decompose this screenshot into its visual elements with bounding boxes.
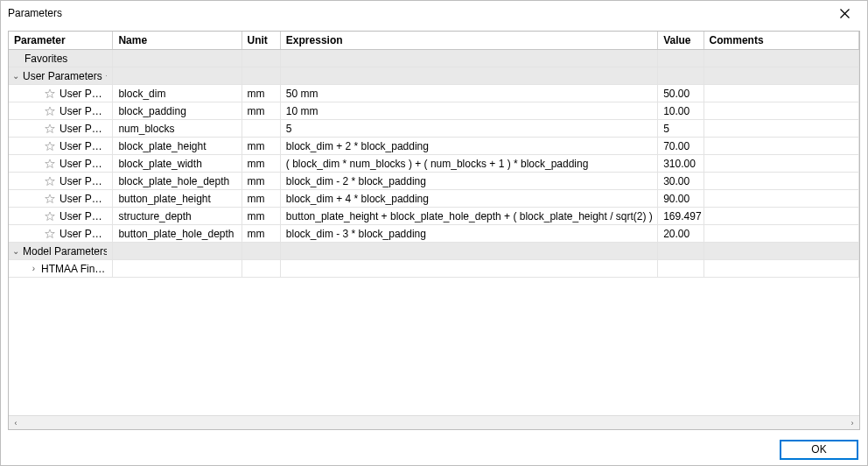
caret-right-icon[interactable]: › bbox=[30, 264, 38, 273]
cell-name[interactable]: num_blocks bbox=[113, 120, 242, 138]
group-favorites[interactable]: Favorites bbox=[9, 50, 859, 67]
favorite-star-icon[interactable] bbox=[44, 228, 56, 240]
cell-unit[interactable]: mm bbox=[242, 208, 280, 225]
favorite-star-icon[interactable] bbox=[44, 210, 56, 222]
favorite-star-icon[interactable] bbox=[44, 158, 56, 170]
button-bar: OK bbox=[1, 434, 867, 465]
cell-name[interactable]: block_plate_hole_depth bbox=[113, 173, 242, 190]
group-label: Model Parameters bbox=[23, 245, 107, 258]
favorite-star-icon[interactable] bbox=[44, 88, 56, 100]
favorite-star-icon[interactable] bbox=[44, 175, 56, 187]
group-user-parameters[interactable]: ⌄ User Parameters + bbox=[9, 67, 859, 85]
horizontal-scrollbar[interactable]: ‹ › bbox=[9, 415, 859, 429]
close-button[interactable] bbox=[829, 3, 860, 24]
svg-marker-5 bbox=[46, 142, 55, 151]
add-parameter-button[interactable]: + bbox=[106, 70, 108, 82]
cell-comments[interactable] bbox=[704, 208, 858, 225]
table-row[interactable]: User Par...block_plate_widthmm( block_di… bbox=[9, 155, 859, 173]
table-row[interactable]: User Par...num_blocks55 bbox=[9, 120, 859, 138]
cell-expression[interactable]: block_dim - 3 * block_padding bbox=[280, 225, 657, 243]
svg-marker-10 bbox=[46, 229, 55, 238]
cell-value: 30.00 bbox=[658, 173, 704, 190]
cell-name[interactable]: block_dim bbox=[113, 85, 242, 102]
cell-comments[interactable] bbox=[704, 85, 858, 102]
favorite-star-icon[interactable] bbox=[44, 105, 56, 117]
col-expression[interactable]: Expression bbox=[280, 32, 657, 50]
table-row[interactable]: User Par...block_plate_heightmmblock_dim… bbox=[9, 138, 859, 155]
ok-button[interactable]: OK bbox=[780, 440, 858, 460]
cell-value: 10.00 bbox=[658, 102, 704, 120]
cell-value: 20.00 bbox=[658, 225, 704, 243]
row-type-label: User Par... bbox=[60, 105, 107, 117]
model-child-label: HTMAA Final ... bbox=[41, 263, 107, 275]
scroll-track[interactable] bbox=[23, 416, 845, 430]
cell-expression[interactable]: 50 mm bbox=[280, 85, 657, 102]
cell-name[interactable]: structure_depth bbox=[113, 208, 242, 225]
parameters-dialog: Parameters Parameter Name Unit Expressio bbox=[0, 0, 868, 466]
row-type-label: User Par... bbox=[60, 140, 107, 152]
col-comments[interactable]: Comments bbox=[704, 32, 858, 50]
scroll-left-button[interactable]: ‹ bbox=[9, 416, 23, 430]
row-type-label: User Par... bbox=[60, 228, 107, 240]
window-title: Parameters bbox=[8, 7, 829, 19]
cell-name[interactable]: button_plate_height bbox=[113, 190, 242, 208]
col-name[interactable]: Name bbox=[113, 32, 242, 50]
close-icon bbox=[840, 9, 850, 18]
favorite-star-icon[interactable] bbox=[44, 140, 56, 152]
table-row[interactable]: User Par...block_dimmm50 mm50.00 bbox=[9, 85, 859, 102]
table-row[interactable]: User Par...button_plate_heightmmblock_di… bbox=[9, 190, 859, 208]
cell-name[interactable]: block_padding bbox=[113, 102, 242, 120]
cell-comments[interactable] bbox=[704, 225, 858, 243]
cell-expression[interactable]: button_plate_height + block_plate_hole_d… bbox=[280, 208, 657, 225]
parameters-grid: Parameter Name Unit Expression Value Com… bbox=[8, 31, 860, 430]
cell-expression[interactable]: 10 mm bbox=[280, 102, 657, 120]
cell-comments[interactable] bbox=[704, 173, 858, 190]
cell-name[interactable]: block_plate_width bbox=[113, 155, 242, 173]
cell-comments[interactable] bbox=[704, 190, 858, 208]
cell-comments[interactable] bbox=[704, 138, 858, 155]
parameters-table: Parameter Name Unit Expression Value Com… bbox=[9, 32, 859, 278]
col-parameter[interactable]: Parameter bbox=[9, 32, 113, 50]
svg-marker-3 bbox=[46, 107, 55, 116]
caret-down-icon[interactable]: ⌄ bbox=[12, 246, 19, 256]
favorite-star-icon[interactable] bbox=[44, 123, 56, 135]
content-area: Parameter Name Unit Expression Value Com… bbox=[1, 25, 867, 434]
cell-unit[interactable]: mm bbox=[242, 138, 280, 155]
table-row[interactable]: User Par...block_plate_hole_depthmmblock… bbox=[9, 173, 859, 190]
cell-unit[interactable]: mm bbox=[242, 225, 280, 243]
table-row[interactable]: User Par...structure_depthmmbutton_plate… bbox=[9, 208, 859, 225]
row-type-label: User Par... bbox=[60, 193, 107, 205]
cell-name[interactable]: button_plate_hole_depth bbox=[113, 225, 242, 243]
favorite-star-icon[interactable] bbox=[44, 193, 56, 205]
model-child-row[interactable]: › HTMAA Final ... bbox=[9, 260, 859, 278]
caret-down-icon[interactable]: ⌄ bbox=[12, 71, 19, 81]
table-header-row: Parameter Name Unit Expression Value Com… bbox=[9, 32, 859, 50]
group-label: User Parameters bbox=[23, 70, 102, 82]
cell-unit[interactable] bbox=[242, 120, 280, 138]
cell-unit[interactable]: mm bbox=[242, 190, 280, 208]
cell-name[interactable]: block_plate_height bbox=[113, 138, 242, 155]
cell-value: 5 bbox=[658, 120, 704, 138]
cell-unit[interactable]: mm bbox=[242, 85, 280, 102]
cell-comments[interactable] bbox=[704, 120, 858, 138]
scroll-right-button[interactable]: › bbox=[845, 416, 859, 430]
table-row[interactable]: User Par...button_plate_hole_depthmmbloc… bbox=[9, 225, 859, 243]
cell-unit[interactable]: mm bbox=[242, 173, 280, 190]
group-label: Favorites bbox=[24, 53, 67, 65]
cell-value: 90.00 bbox=[658, 190, 704, 208]
cell-expression[interactable]: 5 bbox=[280, 120, 657, 138]
cell-expression[interactable]: block_dim + 2 * block_padding bbox=[280, 138, 657, 155]
titlebar: Parameters bbox=[1, 1, 867, 25]
cell-comments[interactable] bbox=[704, 155, 858, 173]
cell-expression[interactable]: block_dim - 2 * block_padding bbox=[280, 173, 657, 190]
table-row[interactable]: User Par...block_paddingmm10 mm10.00 bbox=[9, 102, 859, 120]
col-value[interactable]: Value bbox=[658, 32, 704, 50]
cell-unit[interactable]: mm bbox=[242, 155, 280, 173]
cell-expression[interactable]: ( block_dim * num_blocks ) + ( num_block… bbox=[280, 155, 657, 173]
cell-comments[interactable] bbox=[704, 102, 858, 120]
row-type-label: User Par... bbox=[60, 158, 107, 170]
cell-expression[interactable]: block_dim + 4 * block_padding bbox=[280, 190, 657, 208]
group-model-parameters[interactable]: ⌄ Model Parameters bbox=[9, 243, 859, 260]
col-unit[interactable]: Unit bbox=[242, 32, 280, 50]
cell-unit[interactable]: mm bbox=[242, 102, 280, 120]
